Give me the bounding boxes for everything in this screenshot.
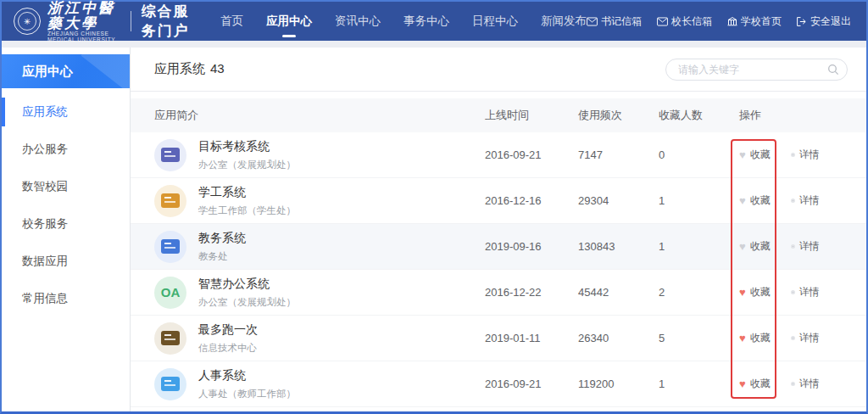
app-operations: ♥ 收藏 详情: [739, 285, 849, 299]
nav-item[interactable]: 首页: [220, 14, 243, 29]
sidebar-item[interactable]: 数据应用: [2, 243, 130, 280]
app-icon-glyph: [161, 193, 180, 208]
table-row[interactable]: 人事系统 人事处（教师工作部） 2016-09-21 119200 1 ♥ 收藏…: [131, 361, 866, 407]
app-usage-count: 119200: [578, 378, 659, 390]
table-row[interactable]: 目标考核系统 办公室（发展规划处） 2016-09-21 7147 0 ♥ 收藏…: [131, 132, 866, 178]
app-texts: 目标考核系统 办公室（发展规划处）: [198, 139, 296, 171]
detail-icon: [791, 199, 795, 203]
app-count: 43: [210, 61, 225, 76]
nav-link[interactable]: 安全退出: [797, 14, 851, 29]
table-header-cell: 应用简介: [154, 108, 485, 123]
app-cell: 人事系统 人事处（教师工作部）: [154, 368, 485, 400]
nav-item[interactable]: 应用中心: [266, 14, 312, 29]
app-icon-glyph: [161, 239, 180, 254]
nav-link-label: 校长信箱: [671, 14, 712, 29]
detail-button[interactable]: 详情: [791, 148, 820, 162]
sidebar-item[interactable]: 常用信息: [2, 280, 130, 317]
app-online-date: 2019-01-11: [485, 332, 578, 344]
page-frame: ✳ 浙江中醫藥大學 ZHEJIANG CHINESE MEDICAL UNIVE…: [0, 0, 868, 414]
detail-button[interactable]: 详情: [791, 331, 820, 345]
favorite-button[interactable]: ♥ 收藏: [739, 331, 771, 345]
app-icon-glyph: [161, 148, 180, 162]
detail-label: 详情: [799, 239, 820, 254]
detail-button[interactable]: 详情: [791, 285, 820, 299]
search-icon[interactable]: [827, 64, 839, 79]
nav-link[interactable]: 学校首页: [727, 14, 782, 29]
nav-item[interactable]: 资讯中心: [335, 14, 381, 29]
app-usage-count: 26340: [578, 332, 659, 344]
app-cell: 教务系统 教务处: [154, 231, 485, 263]
university-name-en: ZHEJIANG CHINESE MEDICAL UNIVERSITY: [47, 31, 120, 42]
envelope-icon: [657, 17, 668, 26]
detail-button[interactable]: 详情: [791, 377, 820, 391]
app-operations: ♥ 收藏 详情: [739, 239, 849, 254]
app-department: 办公室（发展规划处）: [198, 159, 296, 171]
app-table: 应用简介上线时间使用频次收藏人数操作 目标考核系统 办公室（发展规划处） 201…: [131, 98, 866, 407]
table-row[interactable]: 最多跑一次 信息技术中心 2019-01-11 26340 5 ♥ 收藏 详情: [131, 316, 866, 361]
app-operations: ♥ 收藏 详情: [739, 377, 849, 391]
app-online-date: 2019-09-16: [485, 240, 578, 253]
sidebar-item[interactable]: 校务服务: [2, 205, 130, 243]
app-favorite-count: 0: [659, 148, 739, 161]
heart-icon: ♥: [739, 195, 746, 206]
favorite-button[interactable]: ♥ 收藏: [739, 285, 771, 299]
logo-divider: [131, 11, 131, 31]
table-header-cell: 操作: [739, 108, 849, 123]
favorite-button[interactable]: ♥ 收藏: [739, 148, 771, 162]
app-favorite-count: 1: [659, 194, 739, 207]
table-header-cell: 使用频次: [578, 108, 659, 123]
table-row[interactable]: 教务系统 教务处 2019-09-16 130843 1 ♥ 收藏 详情: [131, 224, 866, 270]
favorite-label: 收藏: [750, 377, 771, 391]
sidebar-item[interactable]: 办公服务: [2, 131, 130, 168]
nav-item[interactable]: 新闻发布: [541, 14, 587, 29]
app-texts: 教务系统 教务处: [198, 231, 246, 263]
sidebar-item[interactable]: 数智校园: [2, 168, 130, 205]
app-texts: 最多跑一次 信息技术中心: [198, 322, 258, 355]
table-row[interactable]: OA 智慧办公系统 办公室（发展规划处） 2016-12-22 45442 2 …: [131, 270, 866, 316]
app-cell: 最多跑一次 信息技术中心: [154, 322, 485, 355]
favorite-button[interactable]: ♥ 收藏: [739, 239, 771, 254]
app-favorite-count: 5: [659, 332, 739, 344]
app-department: 办公室（发展规划处）: [198, 296, 296, 309]
app-usage-count: 7147: [578, 148, 659, 161]
nav-link[interactable]: 书记信箱: [587, 14, 642, 29]
table-row[interactable]: 学工系统 学生工作部（学生处） 2016-12-16 29304 1 ♥ 收藏 …: [131, 178, 866, 224]
nav-link[interactable]: 校长信箱: [657, 14, 712, 29]
top-navbar: ✳ 浙江中醫藥大學 ZHEJIANG CHINESE MEDICAL UNIVE…: [2, 2, 866, 41]
app-online-date: 2016-12-16: [485, 194, 578, 207]
favorite-button[interactable]: ♥ 收藏: [739, 377, 771, 391]
envelope-icon: [587, 17, 598, 26]
app-icon: [154, 185, 186, 217]
page-title: 应用系统43: [154, 61, 225, 77]
search-input[interactable]: [665, 59, 848, 81]
app-icon: [154, 139, 186, 171]
sidebar-item[interactable]: 应用系统: [2, 93, 130, 131]
search-box: [665, 59, 848, 81]
sidebar-header: 应用中心: [2, 54, 130, 88]
app-texts: 学工系统 学生工作部（学生处）: [198, 185, 296, 217]
app-operations: ♥ 收藏 详情: [739, 193, 849, 208]
app-icon: [154, 231, 186, 263]
nav-link-label: 书记信箱: [601, 14, 642, 29]
nav-right-links: 书记信箱校长信箱学校首页安全退出: [587, 14, 851, 29]
app-icon-glyph: [161, 331, 180, 345]
app-icon: [154, 368, 186, 400]
app-favorite-count: 1: [659, 378, 739, 390]
app-operations: ♥ 收藏 详情: [739, 331, 849, 345]
heart-icon: ♥: [739, 378, 746, 389]
app-online-date: 2016-12-22: [485, 286, 578, 299]
sidebar-menu: 应用系统办公服务数智校园校务服务数据应用常用信息: [2, 88, 130, 317]
table-body: 目标考核系统 办公室（发展规划处） 2016-09-21 7147 0 ♥ 收藏…: [131, 132, 866, 407]
portal-title: 综合服务门户: [142, 2, 195, 41]
detail-button[interactable]: 详情: [791, 193, 820, 208]
favorite-label: 收藏: [750, 193, 771, 208]
nav-item[interactable]: 日程中心: [472, 14, 518, 29]
favorite-button[interactable]: ♥ 收藏: [739, 193, 771, 208]
detail-icon: [791, 382, 795, 386]
detail-icon: [791, 244, 795, 249]
detail-button[interactable]: 详情: [791, 239, 820, 254]
app-cell: 目标考核系统 办公室（发展规划处）: [154, 139, 485, 171]
detail-label: 详情: [799, 331, 820, 345]
nav-item[interactable]: 事务中心: [403, 14, 449, 29]
table-header-row: 应用简介上线时间使用频次收藏人数操作: [131, 98, 866, 132]
